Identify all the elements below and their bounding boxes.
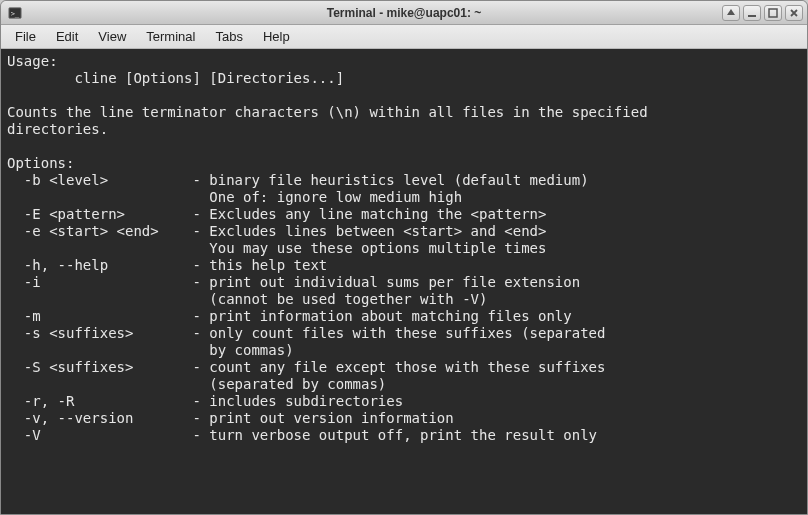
menu-view[interactable]: View [88,26,136,47]
menubar: File Edit View Terminal Tabs Help [1,25,807,49]
terminal-window: >_ Terminal - mike@uapc01: ~ File Edit V… [0,0,808,515]
menu-file[interactable]: File [5,26,46,47]
menu-tabs[interactable]: Tabs [205,26,252,47]
svg-rect-3 [769,9,777,17]
menu-edit[interactable]: Edit [46,26,88,47]
window-close-button[interactable] [785,5,803,21]
window-maximize-button[interactable] [764,5,782,21]
terminal-app-icon: >_ [7,5,23,21]
terminal-output[interactable]: Usage: cline [Options] [Directories...] … [1,49,807,514]
window-minimize-button[interactable] [743,5,761,21]
window-title: Terminal - mike@uapc01: ~ [1,6,807,20]
window-controls [722,5,807,21]
menu-terminal[interactable]: Terminal [136,26,205,47]
svg-rect-2 [748,15,756,17]
menu-help[interactable]: Help [253,26,300,47]
window-keep-above-button[interactable] [722,5,740,21]
titlebar[interactable]: >_ Terminal - mike@uapc01: ~ [1,1,807,25]
svg-text:>_: >_ [11,9,20,17]
